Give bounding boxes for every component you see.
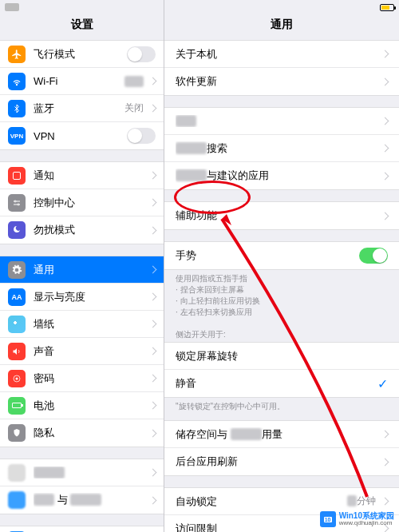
- row-bg-refresh[interactable]: 后台应用刷新: [164, 448, 399, 475]
- settings-sidebar: —— 设置 飞行模式 Wi-Fi ——: [0, 0, 164, 532]
- chevron-right-icon: [381, 498, 389, 506]
- row-accessibility[interactable]: 辅助功能: [164, 202, 399, 229]
- sidebar-item-airplane[interactable]: 飞行模式: [0, 41, 164, 68]
- row-about[interactable]: 关于本机: [164, 41, 399, 68]
- chevron-right-icon: [149, 375, 157, 383]
- row-blurred-1[interactable]: ——: [164, 108, 399, 135]
- gesture-toggle[interactable]: [359, 248, 388, 264]
- notifications-icon: [8, 167, 26, 185]
- chevron-right-icon: [149, 469, 157, 477]
- bluetooth-detail: 关闭: [124, 101, 144, 115]
- general-group-gesture: 手势: [164, 241, 399, 270]
- sound-icon: [8, 343, 26, 360]
- general-panel: 通用 关于本机 软件更新 —— ———搜索 ———与建议的应用: [164, 0, 399, 532]
- status-bar-right: [164, 0, 399, 14]
- chevron-right-icon: [149, 402, 157, 410]
- row-gesture[interactable]: 手势: [164, 242, 399, 269]
- airplane-toggle[interactable]: [127, 46, 156, 62]
- sidebar-item-calendar[interactable]: ——讯录、日历: [0, 526, 164, 532]
- sidebar-item-bluetooth[interactable]: 蓝牙 关闭: [0, 95, 164, 122]
- chevron-right-icon: [149, 266, 157, 274]
- sidebar-group-settings: 通用 AA 显示与亮度 墙纸 声音: [0, 256, 164, 447]
- vpn-icon: VPN: [8, 127, 26, 145]
- vpn-toggle[interactable]: [127, 128, 156, 144]
- sideswitch-footnote: "旋转锁定"在控制中心中可用。: [164, 398, 399, 420]
- chevron-right-icon: [381, 212, 389, 220]
- airplane-label: 飞行模式: [34, 47, 127, 62]
- display-icon: AA: [8, 288, 26, 306]
- privacy-icon: [8, 424, 26, 442]
- chevron-right-icon: [381, 145, 389, 153]
- blurred-icon: [8, 464, 26, 482]
- chevron-right-icon: [149, 320, 157, 328]
- sidebar-item-display[interactable]: AA 显示与亮度: [0, 284, 164, 311]
- bluetooth-label: 蓝牙: [34, 101, 124, 116]
- wallpaper-icon: [8, 316, 26, 333]
- chevron-right-icon: [381, 458, 389, 466]
- general-group-sideswitch: 锁定屏幕旋转 静音 ✓: [164, 342, 399, 398]
- sidebar-title: 设置: [0, 14, 164, 40]
- chevron-right-icon: [381, 117, 389, 125]
- chevron-right-icon: [149, 77, 157, 85]
- battery-icon: [8, 397, 26, 415]
- wifi-icon: [8, 73, 26, 90]
- gear-icon: [8, 261, 26, 279]
- check-icon: ✓: [377, 376, 388, 391]
- watermark-logo: 10: [320, 511, 336, 527]
- sidebar-group-controls: 通知 控制中心 勿扰模式: [0, 161, 164, 244]
- gesture-footnote: 使用四指或五指手指 · 捏合来回到主屏幕 · 向上轻扫前往应用切换 · 左右轻扫…: [164, 270, 399, 326]
- sidebar-item-sound[interactable]: 声音: [0, 338, 164, 365]
- row-software-update[interactable]: 软件更新: [164, 68, 399, 95]
- row-lock-rotation[interactable]: 锁定屏幕旋转: [164, 343, 399, 370]
- watermark-url: www.qdhuajin.com: [339, 520, 394, 527]
- chevron-right-icon: [149, 105, 157, 113]
- sidebar-item-account1[interactable]: ———: [0, 459, 164, 486]
- sidebar-item-dnd[interactable]: 勿扰模式: [0, 216, 164, 244]
- vpn-label: VPN: [34, 130, 127, 142]
- chevron-right-icon: [149, 429, 157, 437]
- chevron-right-icon: [381, 172, 389, 180]
- sidebar-item-privacy[interactable]: 隐私: [0, 419, 164, 447]
- sidebar-group-accounts: ——— —— 与 ———: [0, 459, 164, 514]
- sidebar-group-connectivity: 飞行模式 Wi-Fi —— 蓝牙 关闭 VPN V: [0, 40, 164, 150]
- carrier-blurred: ——: [5, 3, 19, 11]
- row-suggested-apps[interactable]: ———与建议的应用: [164, 162, 399, 189]
- general-group-storage: 储存空间与 ———用量 后台应用刷新: [164, 420, 399, 476]
- passcode-icon: [8, 370, 26, 387]
- svg-point-1: [14, 200, 16, 202]
- sidebar-item-passcode[interactable]: 密码: [0, 365, 164, 392]
- svg-point-0: [16, 84, 17, 85]
- sidebar-item-general[interactable]: 通用: [0, 256, 164, 284]
- chevron-right-icon: [149, 199, 157, 207]
- row-search[interactable]: ———搜索: [164, 135, 399, 162]
- side-switch-header: 侧边开关用于:: [164, 326, 399, 342]
- blurred-icon: [8, 491, 26, 509]
- wifi-label: Wi-Fi: [34, 75, 124, 87]
- sidebar-item-controlcenter[interactable]: 控制中心: [0, 189, 164, 216]
- sidebar-item-battery[interactable]: 电池: [0, 392, 164, 419]
- sidebar-item-wifi[interactable]: Wi-Fi ——: [0, 68, 164, 95]
- bluetooth-icon: [8, 100, 26, 117]
- sidebar-item-notifications[interactable]: 通知: [0, 162, 164, 189]
- sidebar-item-account2[interactable]: —— 与 ———: [0, 486, 164, 514]
- chevron-right-icon: [381, 77, 389, 85]
- controlcenter-icon: [8, 194, 26, 212]
- general-group-accessibility: 辅助功能: [164, 201, 399, 230]
- wifi-detail-blurred: ——: [124, 76, 144, 87]
- watermark: 10 Win10系统家园 www.qdhuajin.com: [320, 511, 394, 527]
- sidebar-item-vpn[interactable]: VPN VPN: [0, 122, 164, 149]
- sidebar-group-apps: ——讯录、日历: [0, 526, 164, 532]
- chevron-right-icon: [149, 496, 157, 504]
- svg-point-4: [16, 377, 18, 379]
- dnd-icon: [8, 221, 26, 239]
- chevron-right-icon: [381, 431, 389, 439]
- chevron-right-icon: [149, 226, 157, 234]
- row-mute[interactable]: 静音 ✓: [164, 370, 399, 397]
- chevron-right-icon: [149, 293, 157, 301]
- sidebar-item-wallpaper[interactable]: 墙纸: [0, 311, 164, 338]
- chevron-right-icon: [149, 347, 157, 355]
- general-group-about: 关于本机 软件更新: [164, 40, 399, 96]
- chevron-right-icon: [149, 172, 157, 180]
- battery-indicator: [380, 4, 394, 11]
- row-storage[interactable]: 储存空间与 ———用量: [164, 421, 399, 448]
